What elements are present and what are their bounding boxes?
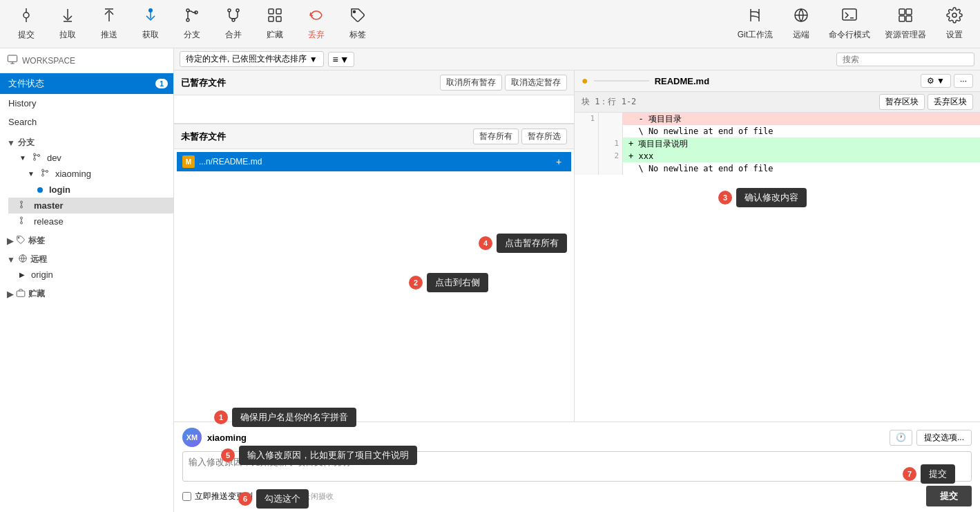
stash-all-btn[interactable]: 暂存所有 bbox=[473, 129, 519, 144]
branch-dev[interactable]: ▼ dev bbox=[8, 150, 173, 166]
stash-section-icon bbox=[16, 288, 26, 300]
xiaoming-icon bbox=[41, 169, 49, 179]
old-line-num-4 bbox=[575, 150, 599, 162]
stash-block-btn[interactable]: 暂存区块 bbox=[879, 94, 925, 110]
sidebar-item-file-status[interactable]: 文件状态 1 bbox=[0, 73, 173, 94]
toolbar-stash-btn[interactable]: 贮藏 bbox=[256, 3, 294, 44]
file-search-input[interactable] bbox=[836, 53, 974, 66]
sidebar-item-search[interactable]: Search bbox=[0, 113, 173, 131]
fetch-label: 获取 bbox=[142, 29, 159, 41]
svg-point-24 bbox=[952, 13, 957, 17]
discard-icon bbox=[308, 7, 325, 26]
svg-rect-19 bbox=[843, 9, 856, 20]
toolbar-discard-btn[interactable]: 丢弃 bbox=[297, 3, 335, 44]
diff-settings-btn[interactable]: ⚙ ▼ bbox=[921, 74, 951, 88]
toolbar-explorer-btn[interactable]: 资源管理器 bbox=[879, 3, 932, 44]
toolbar-tag-btn[interactable]: 标签 bbox=[338, 3, 376, 44]
unstash-header: 未暂存文件 暂存所有 暂存所选 bbox=[174, 124, 574, 149]
commit-submit-btn[interactable]: 提交 bbox=[926, 486, 972, 506]
diff-more-btn[interactable]: ··· bbox=[954, 74, 973, 88]
toolbar-gitflow-btn[interactable]: Git工作流 bbox=[732, 3, 778, 44]
toolbar-push-btn[interactable]: 推送 bbox=[90, 3, 128, 44]
cancel-all-stash-btn[interactable]: 取消所有暂存 bbox=[440, 75, 502, 91]
svg-point-5 bbox=[148, 8, 153, 12]
unstash-filename: ...n/README.md bbox=[199, 157, 548, 167]
toolbar-terminal-btn[interactable]: 命令行模式 bbox=[823, 3, 876, 44]
unstash-file-row[interactable]: M ...n/README.md + bbox=[177, 152, 571, 171]
stash-section-header[interactable]: ▶ 贮藏 bbox=[0, 283, 173, 301]
tags-section[interactable]: ▶ 标签 bbox=[0, 229, 173, 248]
branches-section[interactable]: ▼ 分支 bbox=[0, 131, 173, 150]
remote-origin[interactable]: ▶ origin bbox=[8, 267, 173, 283]
sidebar-item-history[interactable]: History bbox=[0, 94, 173, 113]
toolbar-pull-btn[interactable]: 拉取 bbox=[48, 3, 86, 44]
diff-line-1: 1 - 项目目录 bbox=[575, 113, 980, 125]
file-status-badge: 1 bbox=[155, 79, 168, 88]
diff-line-5: \ No newline at end of file bbox=[575, 162, 980, 175]
diff-line-content-2: \ No newline at end of file bbox=[623, 125, 980, 138]
old-line-num-2 bbox=[575, 125, 599, 138]
svg-rect-22 bbox=[899, 16, 905, 21]
sort-select[interactable]: 待定的文件, 已依照文件状态排序 ▼ bbox=[180, 51, 324, 67]
dev-icon bbox=[32, 153, 41, 163]
diff-line-content-1: - 项目目录 bbox=[623, 113, 980, 125]
menu-icon: ≡ bbox=[333, 54, 338, 65]
user-avatar: XM bbox=[182, 428, 202, 447]
toolbar-remote-btn[interactable]: 远端 bbox=[782, 3, 820, 44]
merge-label: 合并 bbox=[225, 29, 242, 41]
toolbar-merge-btn[interactable]: 合并 bbox=[214, 3, 252, 44]
commit-area: XM xiaoming 🕐 提交选项... 立即推送变更到 CSDN @云闲摄收… bbox=[174, 421, 980, 512]
origin-chevron: ▶ bbox=[19, 271, 25, 278]
filter-btn[interactable]: ≡ ▼ bbox=[328, 52, 354, 67]
pull-label: 拉取 bbox=[59, 29, 76, 41]
diff-line-content-3: + 项目目录说明 bbox=[623, 138, 980, 150]
diff-status-dot: ● bbox=[582, 75, 588, 87]
remotes-icon bbox=[18, 254, 28, 265]
file-status-label: 文件状态 bbox=[8, 77, 44, 90]
remotes-label: 远程 bbox=[30, 254, 47, 265]
commit-history-btn[interactable]: 🕐 bbox=[890, 430, 912, 446]
left-pane: 已暂存文件 取消所有暂存 取消选定暂存 未暂存文件 暂存所有 bbox=[174, 70, 575, 421]
svg-rect-14 bbox=[269, 17, 273, 21]
stash-selected-btn[interactable]: 暂存所选 bbox=[521, 129, 567, 144]
remotes-section[interactable]: ▼ 远程 bbox=[0, 248, 173, 267]
login-label: login bbox=[49, 184, 70, 195]
release-label: release bbox=[34, 216, 64, 227]
old-line-num-3 bbox=[575, 138, 599, 150]
new-line-num-3: 1 bbox=[599, 138, 623, 150]
cancel-selected-stash-btn[interactable]: 取消选定暂存 bbox=[505, 75, 567, 91]
stash-header-label: 已暂存文件 bbox=[181, 77, 226, 89]
push-checkbox[interactable] bbox=[182, 492, 191, 501]
branch-label: 分支 bbox=[184, 29, 200, 41]
branch-login[interactable]: login bbox=[8, 182, 173, 198]
file-add-btn[interactable]: + bbox=[552, 155, 566, 169]
push-checkbox-row: 立即推送变更到 bbox=[182, 491, 253, 502]
content-area: 待定的文件, 已依照文件状态排序 ▼ ≡ ▼ 已暂存文件 取消所有暂存 取消选定… bbox=[174, 48, 980, 512]
toolbar-commit-btn[interactable]: 提交 bbox=[7, 3, 45, 44]
history-label: History bbox=[8, 98, 36, 108]
old-line-num-1: 1 bbox=[575, 113, 599, 125]
discard-block-btn[interactable]: 丢弃区块 bbox=[928, 94, 973, 110]
svg-point-38 bbox=[18, 237, 19, 238]
old-line-num-5 bbox=[575, 162, 599, 175]
stash-section-chevron: ▶ bbox=[7, 290, 13, 299]
svg-point-29 bbox=[37, 155, 39, 157]
monitor-icon bbox=[7, 54, 18, 67]
toolbar-settings-btn[interactable]: 设置 bbox=[935, 3, 973, 44]
toolbar-branch-btn[interactable]: 分支 bbox=[173, 3, 211, 44]
branch-icon bbox=[184, 7, 200, 26]
commit-options-btn[interactable]: 提交选项... bbox=[916, 430, 972, 446]
toolbar-fetch-btn[interactable]: 获取 bbox=[131, 3, 169, 44]
branch-xiaoming[interactable]: ▼ xiaoming bbox=[8, 166, 173, 182]
settings-label: 设置 bbox=[946, 29, 963, 41]
stash-actions: 取消所有暂存 取消选定暂存 bbox=[440, 75, 567, 91]
branch-release[interactable]: release bbox=[8, 214, 173, 229]
svg-rect-15 bbox=[276, 17, 281, 21]
commit-message-input[interactable] bbox=[182, 451, 972, 482]
discard-label: 丢弃 bbox=[308, 29, 325, 41]
svg-point-0 bbox=[23, 12, 29, 18]
branch-master[interactable]: master bbox=[8, 198, 173, 214]
commit-username: xiaoming bbox=[207, 433, 247, 443]
commit-label: 提交 bbox=[18, 29, 35, 41]
diff-line-2: \ No newline at end of file bbox=[575, 125, 980, 138]
